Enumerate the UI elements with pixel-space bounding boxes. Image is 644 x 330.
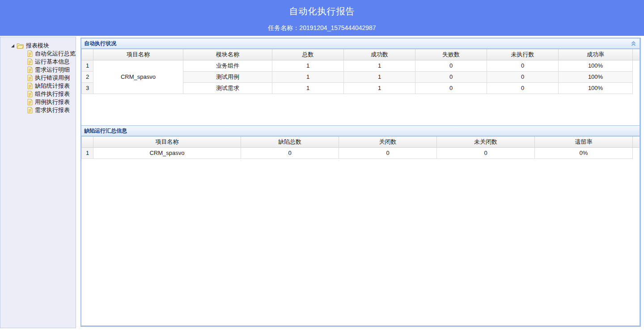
tree-item-basic-info[interactable]: 运行基本信息 [0, 58, 76, 66]
tree-item-component-report[interactable]: 组件执行报表 [0, 90, 76, 98]
document-icon [27, 67, 33, 73]
unclosed-cell: 0 [437, 147, 535, 159]
page-title: 自动化执行报告 [0, 0, 644, 17]
col-success: 成功数 [344, 49, 415, 60]
row-number: 2 [82, 71, 93, 82]
col-spacer [633, 49, 640, 60]
tree-item-error-cases[interactable]: 执行错误用例 [0, 74, 76, 82]
document-icon [27, 83, 33, 89]
rate-cell: 100% [559, 82, 633, 94]
remain-rate-cell: 0% [535, 147, 633, 159]
spacer-cell [633, 147, 640, 159]
col-fail: 失败数 [415, 49, 487, 60]
col-defect-total: 缺陷总数 [241, 137, 339, 147]
tree-item-label: 运行基本信息 [35, 58, 70, 66]
tree-item-requirement-detail[interactable]: 需求运行明细 [0, 66, 76, 74]
fail-cell: 0 [415, 71, 487, 82]
project-name-cell: CRM_spasvo [93, 147, 241, 159]
report-header: 自动化执行报告 任务名称：20191204_1575444042987 [0, 0, 644, 36]
tree-item-label: 缺陷统计报表 [35, 82, 70, 90]
not-run-cell: 0 [487, 71, 559, 82]
col-remain-rate: 遗留率 [535, 137, 633, 147]
col-not-run: 未执行数 [487, 49, 559, 60]
success-cell: 1 [344, 82, 415, 94]
row-number: 1 [82, 60, 93, 71]
total-cell: 1 [272, 71, 344, 82]
table-header-row: 项目名称 模块名称 总数 成功数 失败数 未执行数 成功率 [82, 49, 640, 60]
module-cell: 测试需求 [183, 82, 272, 94]
module-cell: 业务组件 [183, 60, 272, 71]
tree-node-label: 报表模块 [26, 42, 49, 50]
document-icon [27, 75, 33, 81]
tree-item-label: 自动化运行总览 [35, 50, 76, 58]
defect-summary-table: 项目名称 缺陷总数 关闭数 未关闭数 遗留率 1 CRM_spasvo 0 0 … [81, 137, 640, 159]
panel-title: 自动执行状况 [84, 40, 116, 47]
sidebar-tree: 报表模块 自动化运行总览 运行基本信息 需求运行明细 [0, 37, 76, 328]
tree-item-label: 组件执行报表 [35, 90, 70, 98]
tree-item-label: 用例执行报表 [35, 98, 70, 106]
document-icon [27, 99, 33, 105]
col-unclosed: 未关闭数 [437, 137, 535, 147]
task-name-label: 任务名称：20191204_1575444042987 [0, 24, 644, 32]
col-rate: 成功率 [559, 49, 633, 60]
defect-summary-panel-header: 缺陷运行汇总信息 [81, 126, 640, 137]
table-header-row: 项目名称 缺陷总数 关闭数 未关闭数 遗留率 [82, 137, 640, 147]
col-rownum [82, 137, 93, 147]
total-cell: 1 [272, 82, 344, 94]
tree-item-label: 需求执行报表 [35, 106, 70, 114]
rate-cell: 100% [559, 71, 633, 82]
success-cell: 1 [344, 60, 415, 71]
spacer-cell [633, 60, 640, 94]
row-number: 1 [82, 147, 93, 159]
tree-item-defect-stats[interactable]: 缺陷统计报表 [0, 82, 76, 90]
main-content: 自动执行状况 项目名称 模块名称 总数 成功数 失败数 [80, 38, 641, 327]
panel-title: 缺陷运行汇总信息 [84, 127, 127, 135]
document-icon [27, 51, 33, 57]
fail-cell: 0 [415, 82, 487, 94]
document-icon [27, 59, 33, 65]
tree-node-report-module[interactable]: 报表模块 [0, 42, 76, 50]
tree-item-run-overview[interactable]: 自动化运行总览 [0, 50, 76, 58]
table-row[interactable]: 1 CRM_spasvo 0 0 0 0% [82, 147, 640, 159]
exec-status-panel: 自动执行状况 项目名称 模块名称 总数 成功数 失败数 [81, 39, 640, 125]
document-icon [27, 107, 33, 113]
col-total: 总数 [272, 49, 344, 60]
fail-cell: 0 [415, 60, 487, 71]
collapse-icon[interactable] [630, 40, 637, 47]
col-project: 项目名称 [93, 49, 183, 60]
project-name-cell: CRM_spasvo [93, 60, 183, 94]
col-spacer [633, 137, 640, 147]
tree-item-requirement-report[interactable]: 需求执行报表 [0, 106, 76, 114]
col-closed: 关闭数 [339, 137, 437, 147]
rate-cell: 100% [559, 60, 633, 71]
col-module: 模块名称 [183, 49, 272, 60]
exec-status-panel-header: 自动执行状况 [81, 39, 640, 49]
not-run-cell: 0 [487, 82, 559, 94]
success-cell: 1 [344, 71, 415, 82]
tree-item-label: 需求运行明细 [35, 66, 70, 74]
closed-cell: 0 [339, 147, 437, 159]
document-icon [27, 91, 33, 97]
tree-item-label: 执行错误用例 [35, 74, 70, 82]
not-run-cell: 0 [487, 60, 559, 71]
total-cell: 1 [272, 60, 344, 71]
tree-expander-icon[interactable] [11, 44, 14, 47]
execution-summary-table: 项目名称 模块名称 总数 成功数 失败数 未执行数 成功率 1 CRM_spas… [81, 49, 640, 94]
table-row[interactable]: 1 CRM_spasvo 业务组件 1 1 0 0 100% [82, 60, 640, 71]
folder-icon [17, 43, 24, 49]
col-project: 项目名称 [93, 137, 241, 147]
defect-total-cell: 0 [241, 147, 339, 159]
tree-item-case-report[interactable]: 用例执行报表 [0, 98, 76, 106]
row-number: 3 [82, 82, 93, 94]
defect-summary-panel: 缺陷运行汇总信息 项目名称 缺陷总数 关闭数 未关闭数 遗留率 [81, 125, 640, 326]
col-rownum [82, 49, 93, 60]
module-cell: 测试用例 [183, 71, 272, 82]
